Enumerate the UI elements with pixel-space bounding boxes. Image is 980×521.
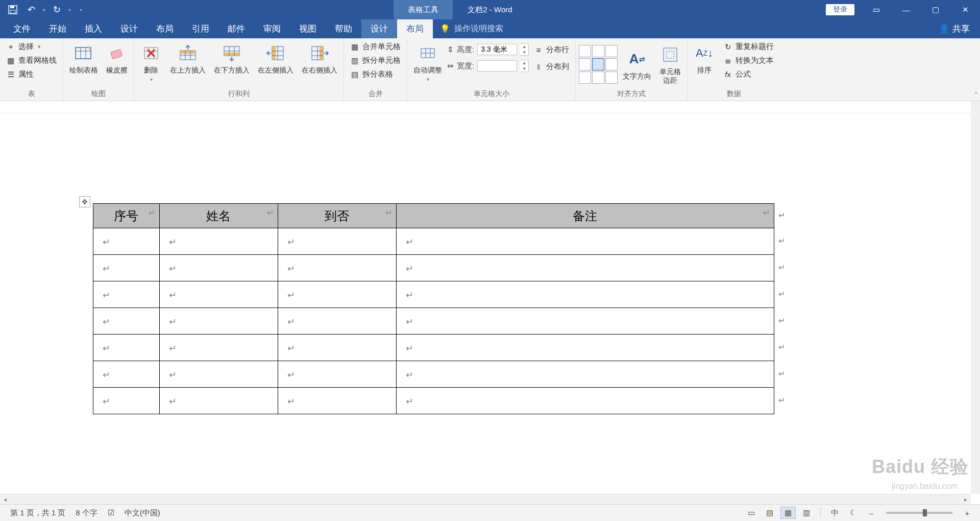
tab-view[interactable]: 视图	[290, 19, 326, 38]
text-direction-button[interactable]: A⇄ 文字方向	[620, 46, 654, 83]
qat-dropdown-icon[interactable]: ▾	[66, 7, 72, 13]
scroll-left-icon[interactable]: ◂	[0, 496, 10, 503]
minimize-button[interactable]: —	[891, 0, 921, 19]
table-row[interactable]: ↵↵↵↵	[93, 308, 774, 335]
distribute-rows-button[interactable]: ≡分布行	[531, 43, 572, 56]
sort-button[interactable]: AZ↓ 排序	[691, 40, 718, 77]
align-bc[interactable]	[592, 72, 604, 84]
table-cell[interactable]: ↵	[93, 308, 160, 335]
table-cell[interactable]: ↵	[93, 255, 160, 281]
table-cell[interactable]: ↵	[93, 388, 160, 414]
table-cell[interactable]: ↵	[278, 335, 396, 361]
ribbon-display-button[interactable]: ▭	[862, 0, 891, 19]
table-cell[interactable]: ↵	[93, 228, 160, 255]
align-tc[interactable]	[592, 45, 604, 57]
page-indicator[interactable]: 第 1 页，共 1 页	[5, 508, 70, 518]
table-cell[interactable]: ↵	[396, 228, 774, 255]
print-layout-button[interactable]: ▦	[780, 507, 796, 519]
undo-button[interactable]: ↶	[22, 2, 40, 17]
tab-insert[interactable]: 插入	[76, 19, 111, 38]
table-cell[interactable]: ↵	[159, 255, 278, 281]
repeat-button[interactable]: ↻	[48, 2, 65, 17]
scrollbar-track[interactable]	[10, 496, 961, 503]
split-table-button[interactable]: ▤拆分表格	[347, 68, 404, 81]
table-row[interactable]: ↵↵↵↵	[93, 281, 774, 308]
align-tl[interactable]	[579, 45, 591, 57]
table-cell[interactable]: ↵	[278, 228, 396, 255]
formula-button[interactable]: fx公式	[720, 68, 777, 81]
table-row[interactable]: ↵↵↵↵	[93, 255, 774, 281]
word-count[interactable]: 8 个字	[70, 508, 103, 518]
header-cell[interactable]: 到否↵	[278, 204, 396, 228]
focus-mode-button[interactable]: ▭	[744, 507, 759, 519]
table-cell[interactable]: ↵	[396, 255, 774, 281]
tab-table-design[interactable]: 设计	[361, 19, 397, 38]
header-cell[interactable]: 备注↵	[396, 204, 774, 228]
repeat-header-button[interactable]: ↻重复标题行	[720, 40, 777, 53]
table-cell[interactable]: ↵	[159, 388, 278, 414]
height-input[interactable]	[477, 44, 517, 55]
night-mode-button[interactable]: ☾	[845, 507, 861, 519]
table-cell[interactable]: ↵	[396, 388, 774, 414]
login-button[interactable]: 登录	[826, 4, 854, 15]
align-mc[interactable]	[592, 58, 604, 70]
header-cell[interactable]: 序号↵	[93, 204, 160, 228]
insert-below-button[interactable]: 在下方插入	[211, 40, 253, 77]
table-move-handle[interactable]: ✥	[79, 196, 90, 207]
close-button[interactable]: ✕	[950, 0, 980, 19]
tab-design[interactable]: 设计	[111, 19, 147, 38]
tab-help[interactable]: 帮助	[326, 19, 361, 38]
maximize-button[interactable]: ▢	[921, 0, 950, 19]
zoom-in-button[interactable]: +	[960, 507, 975, 519]
align-mr[interactable]	[605, 58, 618, 70]
table-cell[interactable]: ↵	[278, 388, 396, 414]
spinner-up[interactable]: ▲	[520, 44, 528, 50]
align-bl[interactable]	[579, 72, 591, 84]
header-cell[interactable]: 姓名↵	[159, 204, 278, 228]
table-cell[interactable]: ↵	[278, 281, 396, 308]
table-cell[interactable]: ↵	[396, 335, 774, 361]
scroll-right-icon[interactable]: ▸	[961, 496, 971, 503]
save-button[interactable]	[4, 2, 21, 17]
select-button[interactable]: ⌖选择▾	[3, 40, 60, 53]
table-row[interactable]: ↵↵↵↵	[93, 228, 774, 255]
tab-file[interactable]: 文件	[4, 19, 40, 38]
insert-above-button[interactable]: 在上方插入	[167, 40, 209, 77]
split-cells-button[interactable]: ▥拆分单元格	[347, 54, 404, 67]
table-cell[interactable]: ↵	[159, 361, 278, 388]
tab-review[interactable]: 审阅	[254, 19, 290, 38]
table-cell[interactable]: ↵	[159, 335, 278, 361]
align-ml[interactable]	[579, 58, 591, 70]
table-row[interactable]: ↵↵↵↵	[93, 388, 774, 414]
align-tr[interactable]	[605, 45, 618, 57]
spinner-up[interactable]: ▲	[520, 60, 528, 66]
table-cell[interactable]: ↵	[278, 361, 396, 388]
horizontal-ruler[interactable]	[0, 101, 980, 113]
table-cell[interactable]: ↵	[159, 281, 278, 308]
insert-left-button[interactable]: 在左侧插入	[255, 40, 297, 77]
table-cell[interactable]: ↵	[278, 308, 396, 335]
insert-right-button[interactable]: 在右侧插入	[299, 40, 340, 77]
language-indicator[interactable]: 中文(中国)	[119, 508, 165, 518]
tab-layout[interactable]: 布局	[147, 19, 183, 38]
zoom-slider[interactable]	[886, 512, 952, 514]
qat-dropdown-icon[interactable]: ▾	[41, 7, 47, 13]
tell-me-search[interactable]: 💡 操作说明搜索	[433, 19, 510, 38]
eraser-button[interactable]: 橡皮擦	[103, 40, 131, 77]
spinner-down[interactable]: ▼	[520, 50, 528, 55]
table-cell[interactable]: ↵	[159, 228, 278, 255]
tab-table-layout[interactable]: 布局	[397, 19, 433, 38]
table-cell[interactable]: ↵	[93, 281, 160, 308]
table-row[interactable]: ↵↵↵↵	[93, 335, 774, 361]
view-gridlines-button[interactable]: ▦查看网格线	[3, 54, 60, 67]
delete-button[interactable]: 删除▾	[137, 40, 165, 85]
table-header-row[interactable]: 序号↵ 姓名↵ 到否↵ 备注↵	[93, 204, 774, 228]
share-button[interactable]: 👤 共享	[928, 19, 980, 38]
tab-mailings[interactable]: 邮件	[218, 19, 254, 38]
align-br[interactable]	[605, 72, 618, 84]
qat-customize-icon[interactable]: ▾	[78, 7, 84, 13]
merge-cells-button[interactable]: ▦合并单元格	[347, 40, 404, 53]
horizontal-scrollbar[interactable]: ◂ ▸	[0, 494, 971, 504]
table-cell[interactable]: ↵	[396, 281, 774, 308]
table-cell[interactable]: ↵	[93, 361, 160, 388]
